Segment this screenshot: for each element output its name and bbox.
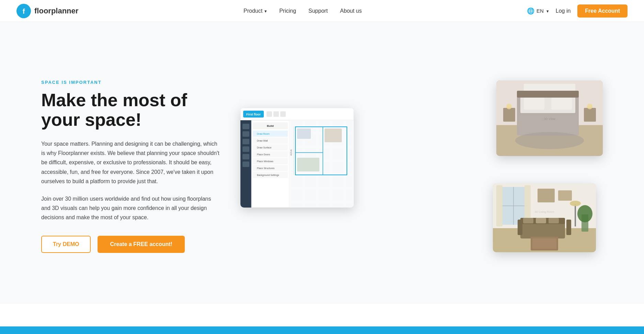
svg-text:Draw Wall: Draw Wall bbox=[257, 140, 268, 142]
nav-links: Product Pricing Support About us bbox=[244, 8, 362, 14]
svg-text:Draw Surface: Draw Surface bbox=[257, 146, 272, 149]
nav-item-about[interactable]: About us bbox=[340, 8, 362, 14]
hero-body-2: Join over 30 million users worldwide and… bbox=[41, 194, 220, 222]
globe-icon: 🌐 bbox=[527, 7, 534, 15]
svg-rect-75 bbox=[532, 238, 556, 249]
svg-rect-80 bbox=[575, 204, 576, 226]
svg-point-15 bbox=[515, 132, 584, 149]
nav-link-pricing[interactable]: Pricing bbox=[279, 8, 296, 14]
screenshot-floorplan-editor: First floor Build Dr bbox=[240, 108, 354, 208]
svg-rect-27 bbox=[242, 139, 249, 144]
svg-rect-28 bbox=[242, 146, 249, 152]
svg-text:Build: Build bbox=[267, 124, 274, 127]
main-nav: f floorplanner Product Pricing Support A… bbox=[0, 0, 644, 22]
try-demo-button[interactable]: Try DEMO bbox=[41, 236, 91, 253]
nav-link-about[interactable]: About us bbox=[340, 8, 362, 14]
svg-point-77 bbox=[577, 205, 592, 222]
nav-link-support[interactable]: Support bbox=[308, 8, 328, 14]
svg-text:Place Windows: Place Windows bbox=[257, 160, 273, 163]
svg-rect-10 bbox=[517, 91, 579, 98]
svg-rect-73 bbox=[549, 218, 559, 223]
svg-rect-72 bbox=[536, 218, 546, 223]
svg-rect-26 bbox=[242, 131, 249, 137]
svg-text:f: f bbox=[23, 7, 25, 15]
hero-section: SPACE IS IMPORTANT Make the most of your… bbox=[0, 22, 644, 304]
svg-rect-79 bbox=[558, 190, 572, 201]
nav-item-pricing[interactable]: Pricing bbox=[279, 8, 296, 14]
free-account-button[interactable]: Free Account bbox=[577, 4, 628, 18]
svg-point-81 bbox=[570, 201, 581, 206]
svg-rect-29 bbox=[242, 154, 249, 159]
hero-title: Make the most of your space! bbox=[41, 90, 220, 130]
svg-rect-8 bbox=[524, 98, 544, 110]
svg-rect-69 bbox=[518, 220, 522, 235]
nav-link-product[interactable]: Product bbox=[244, 8, 267, 14]
svg-point-14 bbox=[587, 104, 592, 109]
logo-link[interactable]: f floorplanner bbox=[16, 4, 78, 18]
floorplan-editor-image: First floor Build Dr bbox=[240, 108, 354, 208]
hero-buttons: Try DEMO Create a FREE account! bbox=[41, 236, 220, 253]
svg-rect-11 bbox=[503, 108, 515, 122]
login-link[interactable]: Log in bbox=[556, 8, 571, 14]
nav-item-support[interactable]: Support bbox=[308, 8, 328, 14]
svg-text:Place Structures: Place Structures bbox=[257, 167, 275, 169]
svg-rect-12 bbox=[584, 108, 596, 122]
bedroom-3d-image: 3D View bbox=[496, 80, 603, 156]
svg-rect-58 bbox=[289, 120, 354, 208]
svg-rect-23 bbox=[280, 111, 286, 117]
hero-content: SPACE IS IMPORTANT Make the most of your… bbox=[41, 80, 220, 253]
hero-screenshots: 3D View First floor bbox=[240, 80, 603, 252]
svg-rect-9 bbox=[551, 98, 572, 110]
nav-item-product[interactable]: Product bbox=[244, 8, 267, 14]
bottom-blue-bar bbox=[0, 326, 644, 334]
svg-rect-78 bbox=[538, 189, 555, 202]
svg-rect-65 bbox=[496, 185, 502, 226]
svg-text:First floor: First floor bbox=[246, 113, 261, 116]
svg-rect-22 bbox=[273, 111, 279, 117]
lang-chevron-icon bbox=[546, 8, 549, 14]
brand-name: floorplanner bbox=[34, 7, 78, 15]
living-room-3d-image: 3D Living Room bbox=[493, 183, 596, 252]
chevron-down-icon bbox=[264, 8, 267, 14]
svg-text:Place Doors: Place Doors bbox=[257, 153, 270, 156]
svg-text:Draw Room: Draw Room bbox=[257, 133, 270, 135]
svg-rect-21 bbox=[267, 111, 272, 117]
svg-rect-71 bbox=[523, 218, 533, 223]
language-selector[interactable]: 🌐 EN bbox=[527, 7, 549, 15]
screenshot-3d-bedroom: 3D View bbox=[496, 80, 603, 156]
screenshot-3d-living-room: 3D Living Room bbox=[493, 183, 596, 252]
hero-body-1: Your space matters. Planning and designi… bbox=[41, 139, 220, 186]
svg-rect-5 bbox=[524, 84, 575, 91]
svg-rect-30 bbox=[242, 162, 249, 167]
svg-text:3D View: 3D View bbox=[544, 117, 555, 121]
nav-right: 🌐 EN Log in Free Account bbox=[527, 4, 628, 18]
svg-rect-70 bbox=[566, 220, 571, 235]
logo-icon: f bbox=[16, 4, 31, 18]
svg-point-13 bbox=[506, 104, 512, 109]
svg-text:3D Living Room: 3D Living Room bbox=[535, 210, 554, 213]
svg-rect-25 bbox=[242, 124, 249, 129]
create-account-button[interactable]: Create a FREE account! bbox=[98, 236, 184, 253]
hero-eyebrow: SPACE IS IMPORTANT bbox=[41, 80, 220, 85]
svg-text:Background Settings: Background Settings bbox=[257, 174, 279, 177]
